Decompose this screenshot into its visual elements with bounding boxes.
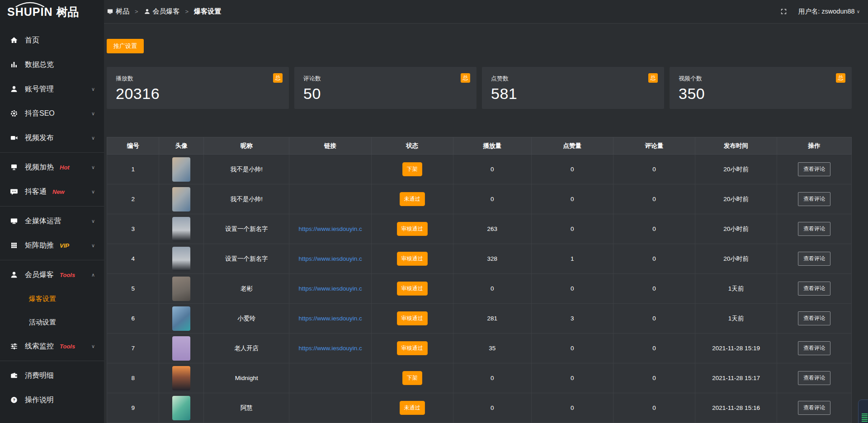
sidebar-item-row[interactable]: 首页: [0, 28, 104, 52]
video-link[interactable]: https://www.iesdouyin.c: [292, 315, 368, 322]
sidebar-item-video-publish[interactable]: 视频发布 ∨: [0, 126, 104, 153]
sidebar-item-data-overview[interactable]: 数据总览: [0, 52, 104, 77]
video-link[interactable]: https://www.iesdouyin.c: [292, 226, 368, 232]
sidebar-item-row[interactable]: 账号管理 ∨: [0, 77, 104, 101]
breadcrumb: 树品 > 会员爆客 > 爆客设置: [107, 7, 221, 16]
stat-label: 视频个数: [679, 75, 843, 83]
view-comments-button[interactable]: 查看评论: [798, 222, 830, 236]
app-logo[interactable]: SHUPIN 树品: [0, 0, 104, 24]
status-badge[interactable]: 审核通过: [397, 311, 428, 325]
status-badge[interactable]: 审核通过: [397, 252, 428, 266]
sidebar-item-row[interactable]: 爆客设置: [0, 287, 104, 310]
sidebar-item-member-baoke[interactable]: 会员爆客 Tools ∧: [0, 263, 104, 287]
status-badge[interactable]: 审核通过: [397, 341, 428, 355]
cell-link: https://www.iesdouyin.c: [289, 304, 371, 334]
status-badge[interactable]: 审核通过: [397, 282, 428, 296]
sidebar-item-row[interactable]: 操作说明: [0, 388, 104, 412]
cell-comments: 0: [613, 393, 695, 423]
view-comments-button[interactable]: 查看评论: [798, 252, 830, 266]
sidebar-item-row[interactable]: 抖音SEO ∨: [0, 101, 104, 126]
view-comments-button[interactable]: 查看评论: [798, 371, 830, 385]
table-row: 4 设置一个新名字 https://www.iesdouyin.c 审核通过 3…: [107, 244, 852, 274]
sidebar-item-matrix-boost[interactable]: 矩阵助推 VIP ∨: [0, 233, 104, 260]
cell-link: [289, 363, 371, 393]
cell-id: 2: [107, 184, 159, 214]
status-badge[interactable]: 审核通过: [397, 222, 428, 236]
avatar: [172, 157, 190, 182]
sidebar-item-row[interactable]: 全媒体运营 ∨: [0, 209, 104, 233]
breadcrumb-root[interactable]: 树品: [116, 7, 129, 16]
sidebar-item-home[interactable]: 首页: [0, 28, 104, 52]
cell-id: 6: [107, 304, 159, 334]
sidebar-item-account-management[interactable]: 账号管理 ∨: [0, 77, 104, 101]
floating-widget[interactable]: [858, 400, 868, 423]
sidebar-item-label: 抖客通: [25, 187, 47, 197]
video-link[interactable]: https://www.iesdouyin.c: [292, 255, 368, 262]
sidebar-item-omnimedia-operation[interactable]: 全媒体运营 ∨: [0, 209, 104, 233]
sidebar-item-douketong[interactable]: 抖客通 New ∨: [0, 179, 104, 207]
table-header-cell: 链接: [289, 137, 371, 155]
sidebar-item-icon: [10, 241, 18, 249]
cell-action: 查看评论: [777, 155, 852, 184]
stat-label: 点赞数: [491, 75, 655, 83]
sidebar-item-baoke-settings[interactable]: 爆客设置: [0, 287, 104, 310]
sidebar-item-activity-settings[interactable]: 活动设置: [0, 310, 104, 334]
sidebar-item-row[interactable]: 数据总览: [0, 52, 104, 77]
sidebar-item-douyin-seo[interactable]: 抖音SEO ∨: [0, 101, 104, 126]
status-badge[interactable]: 未通过: [400, 401, 425, 415]
cell-plays: 0: [453, 155, 531, 184]
sidebar-item-row[interactable]: 抖客通 New ∨: [0, 179, 104, 204]
sidebar-item-label: 活动设置: [29, 318, 56, 327]
cell-avatar: [159, 393, 204, 423]
sidebar-item-row[interactable]: 矩阵助推 VIP ∨: [0, 233, 104, 258]
cell-time: 2021-11-28 15:17: [695, 363, 777, 393]
table-header-cell: 昵称: [204, 137, 289, 155]
cell-action: 查看评论: [777, 304, 852, 334]
video-link[interactable]: https://www.iesdouyin.c: [292, 285, 368, 292]
sidebar-item-badge: Hot: [60, 164, 70, 171]
cell-avatar: [159, 214, 204, 244]
cell-link: https://www.iesdouyin.c: [289, 244, 371, 274]
table-header-cell: 操作: [777, 137, 852, 155]
sidebar-item-consumption-details[interactable]: 消费明细: [0, 363, 104, 388]
sidebar-item-instructions[interactable]: 操作说明: [0, 388, 104, 412]
video-link[interactable]: https://www.iesdouyin.c: [292, 345, 368, 352]
sidebar-item-row[interactable]: 视频加热 Hot ∨: [0, 155, 104, 179]
cell-avatar: [159, 184, 204, 214]
fullscreen-icon[interactable]: [780, 8, 788, 15]
username-menu[interactable]: 用户名: zswodun88: [798, 7, 855, 16]
chevron-icon: ∨: [91, 218, 95, 224]
view-comments-button[interactable]: 查看评论: [798, 282, 830, 296]
status-badge[interactable]: 下架: [402, 371, 422, 385]
view-comments-button[interactable]: 查看评论: [798, 311, 830, 325]
cell-action: 查看评论: [777, 184, 852, 214]
table-row: 5 老彬 https://www.iesdouyin.c 审核通过 0 0 0 …: [107, 274, 852, 304]
status-badge[interactable]: 未通过: [400, 192, 425, 206]
sidebar-item-row[interactable]: 消费明细: [0, 363, 104, 388]
status-badge[interactable]: 下架: [402, 162, 422, 176]
sidebar-item-row[interactable]: 视频发布 ∨: [0, 126, 104, 150]
sidebar-item-row[interactable]: 线索监控 Tools ∨: [0, 334, 104, 358]
sidebar-item-lead-monitoring[interactable]: 线索监控 Tools ∨: [0, 334, 104, 361]
view-comments-button[interactable]: 查看评论: [798, 341, 830, 355]
view-comments-button[interactable]: 查看评论: [798, 192, 830, 206]
sidebar-item-video-heating[interactable]: 视频加热 Hot ∨: [0, 155, 104, 179]
cell-time: 2021-11-28 15:19: [695, 334, 777, 363]
logo-text-cn: 树品: [56, 5, 79, 19]
view-comments-button[interactable]: 查看评论: [798, 401, 830, 415]
avatar: [172, 366, 190, 390]
cell-comments: 0: [613, 155, 695, 184]
breadcrumb-current: 爆客设置: [194, 7, 221, 16]
cell-plays: 0: [453, 393, 531, 423]
sidebar-item-row[interactable]: 活动设置: [0, 310, 104, 334]
cell-id: 8: [107, 363, 159, 393]
table-header-cell: 编号: [107, 137, 159, 155]
view-comments-button[interactable]: 查看评论: [798, 162, 830, 176]
table-row: 3 设置一个新名字 https://www.iesdouyin.c 审核通过 2…: [107, 214, 852, 244]
promo-settings-button[interactable]: 推广设置: [107, 39, 144, 53]
cell-action: 查看评论: [777, 214, 852, 244]
sidebar-item-row[interactable]: 会员爆客 Tools ∧: [0, 263, 104, 287]
table-header-cell: 发布时间: [695, 137, 777, 155]
logo-arc: [7, 2, 52, 7]
breadcrumb-section[interactable]: 会员爆客: [153, 7, 180, 16]
